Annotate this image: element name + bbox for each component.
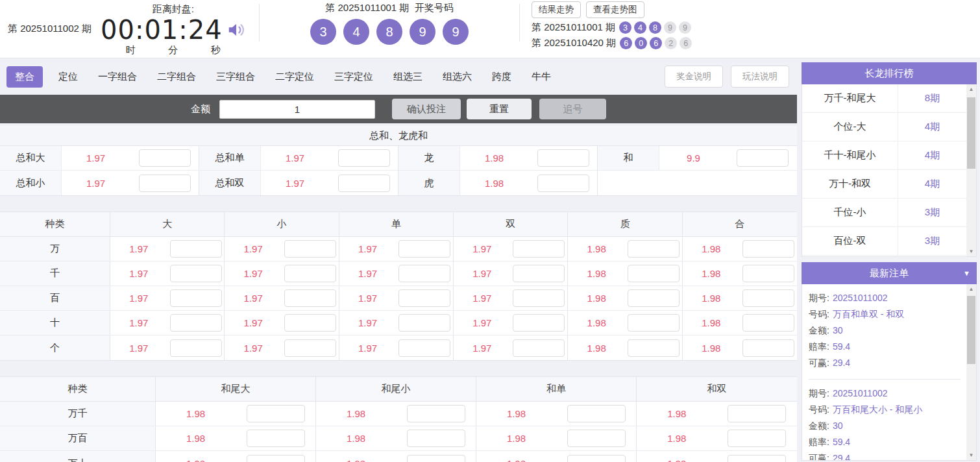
bet-amount-input[interactable]: [284, 289, 336, 307]
chevron-down-icon[interactable]: ▼: [963, 269, 970, 277]
bet-amount-input[interactable]: [513, 314, 565, 332]
scrollbar[interactable]: ▲▼: [966, 284, 976, 460]
view-trend-chart-button[interactable]: 查看走势图: [586, 1, 644, 18]
bet-amount-input[interactable]: [338, 175, 390, 192]
bet-cell: 1.98: [568, 311, 682, 335]
bet-amount-input[interactable]: [247, 430, 305, 447]
scroll-up-icon[interactable]: ▲: [966, 284, 976, 294]
tab-一字组合[interactable]: 一字组合: [98, 66, 137, 88]
table-row: 百1.971.971.971.971.981.98: [0, 286, 797, 311]
bet-amount-input[interactable]: [398, 339, 450, 357]
tab-组选三[interactable]: 组选三: [393, 66, 423, 88]
tab-二字定位[interactable]: 二字定位: [275, 66, 314, 88]
bet-amount-input[interactable]: [284, 265, 336, 282]
bet-amount-input[interactable]: [398, 289, 450, 307]
bet-amount-input[interactable]: [398, 240, 450, 258]
bet-amount-input[interactable]: [742, 289, 794, 307]
bet-amount-input[interactable]: [407, 430, 465, 447]
bet-amount-input[interactable]: [728, 430, 786, 447]
bet-amount-input[interactable]: [628, 265, 680, 282]
tab-定位[interactable]: 定位: [58, 66, 78, 88]
bet-amount-input[interactable]: [513, 339, 565, 357]
bet-amount-input[interactable]: [170, 240, 222, 258]
bet-amount-input[interactable]: [170, 339, 222, 357]
odds-value: 1.97: [110, 311, 167, 335]
bet-amount-input[interactable]: [628, 339, 680, 357]
prize-info-button[interactable]: 奖金说明: [665, 66, 723, 88]
sum-row: 总和大1.97总和单1.97龙1.98和9.9: [0, 146, 797, 171]
bet-amount-input[interactable]: [537, 175, 589, 192]
history-ball: 6: [680, 37, 692, 49]
tab-牛牛[interactable]: 牛牛: [532, 66, 551, 88]
bet-amount-input[interactable]: [139, 149, 191, 167]
tab-组选六[interactable]: 组选六: [443, 66, 472, 88]
bet-cell: 1.98: [683, 237, 797, 261]
bet-amount-input[interactable]: [628, 240, 680, 258]
scrollbar-thumb[interactable]: [967, 296, 975, 364]
tab-跨度[interactable]: 跨度: [492, 66, 511, 88]
history-ball: 4: [634, 21, 646, 34]
reset-button[interactable]: 重置: [467, 99, 532, 119]
speaker-icon[interactable]: [227, 20, 246, 40]
bet-amount-input[interactable]: [170, 314, 222, 332]
bet-amount-input[interactable]: [407, 455, 465, 462]
bet-input-cell: [396, 286, 453, 310]
bet-amount-input[interactable]: [170, 265, 222, 282]
bet-amount-input[interactable]: [513, 240, 565, 258]
bet-input-cell: [556, 426, 636, 450]
scroll-down-icon[interactable]: ▼: [966, 247, 976, 256]
latest-bets-title: 最新注单: [870, 267, 909, 280]
bet-amount-input[interactable]: [742, 339, 794, 357]
bet-amount-input[interactable]: [398, 314, 450, 332]
bet-amount-input[interactable]: [398, 265, 450, 282]
bet-amount-input[interactable]: [742, 314, 794, 332]
scroll-down-icon[interactable]: ▼: [966, 450, 976, 460]
bet-amount-input[interactable]: [737, 149, 789, 167]
odds-value: 1.98: [460, 146, 528, 170]
bet-amount-input[interactable]: [728, 455, 786, 462]
bet-cell: 1.98: [637, 426, 797, 450]
bet-amount-input[interactable]: [628, 314, 680, 332]
bet-amount-input[interactable]: [513, 289, 565, 307]
bet-amount-input[interactable]: [742, 240, 794, 258]
bet-input-cell: [728, 146, 797, 170]
rules-info-button[interactable]: 玩法说明: [731, 66, 789, 88]
bet-amount-input[interactable]: [742, 265, 794, 282]
scrollbar[interactable]: ▲▼: [966, 84, 976, 256]
tab-三字定位[interactable]: 三字定位: [334, 66, 373, 88]
bet-amount-input[interactable]: [338, 149, 390, 167]
result-trend-button[interactable]: 结果走势: [532, 1, 581, 18]
history-ball: 2: [665, 37, 677, 49]
bet-field-value: 30: [833, 420, 843, 431]
bet-amount-input[interactable]: [537, 149, 589, 167]
scrollbar-thumb[interactable]: [967, 97, 975, 169]
chase-number-button[interactable]: 追号: [539, 99, 606, 119]
bet-amount-input[interactable]: [628, 289, 680, 307]
bet-amount-input[interactable]: [284, 339, 336, 357]
rank-name: 万千-和尾大: [802, 84, 898, 112]
bet-amount-input[interactable]: [139, 175, 191, 192]
bet-amount-input[interactable]: [247, 455, 305, 462]
bet-amount-input[interactable]: [247, 405, 305, 422]
odds-value: 1.98: [568, 311, 625, 335]
bet-amount-input[interactable]: [567, 455, 626, 462]
tab-二字组合[interactable]: 二字组合: [157, 66, 196, 88]
sum-section-title: 总和、龙虎和: [0, 126, 797, 145]
confirm-bet-button[interactable]: 确认投注: [392, 99, 461, 119]
bet-amount-input[interactable]: [284, 240, 336, 258]
bet-field-label: 赔率:: [809, 437, 829, 447]
bet-cell: 1.98: [683, 311, 797, 335]
scroll-up-icon[interactable]: ▲: [966, 84, 976, 94]
bet-amount-input[interactable]: [567, 405, 626, 422]
bet-amount-input[interactable]: [513, 265, 565, 282]
bet-amount-input[interactable]: [284, 314, 336, 332]
column-header: 合: [683, 212, 797, 236]
tab-三字组合[interactable]: 三字组合: [216, 66, 255, 88]
bet-amount-input[interactable]: [567, 430, 626, 447]
amount-input[interactable]: [219, 100, 375, 119]
bet-amount-input[interactable]: [407, 405, 465, 422]
bet-amount-input[interactable]: [728, 405, 786, 422]
bet-amount-input[interactable]: [170, 289, 222, 307]
tab-整合[interactable]: 整合: [6, 66, 43, 88]
rank-row: 千位-小3期: [802, 199, 976, 227]
